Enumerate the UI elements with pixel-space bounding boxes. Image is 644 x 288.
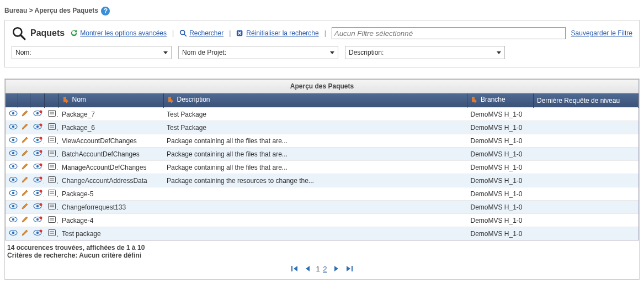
edit-icon[interactable]	[18, 227, 30, 240]
view-icon[interactable]	[6, 214, 18, 227]
page-link-2[interactable]: 2	[323, 265, 327, 273]
cell-name[interactable]: ViewAccountDefChanges	[58, 134, 163, 148]
edit-icon[interactable]	[18, 201, 30, 214]
cell-name[interactable]: Test package	[58, 227, 163, 240]
view-icon[interactable]	[6, 134, 18, 148]
filter-description[interactable]: Description:	[345, 46, 505, 59]
detail-icon[interactable]	[30, 161, 44, 174]
cell-name[interactable]: ChangeAccountAddressData	[58, 174, 163, 187]
detail-icon[interactable]	[30, 121, 44, 134]
view-icon[interactable]	[6, 227, 18, 240]
view-icon[interactable]	[6, 161, 18, 174]
detail-icon[interactable]	[30, 214, 44, 227]
svg-point-62	[12, 205, 14, 207]
search-icon	[12, 26, 26, 40]
col-view	[6, 93, 18, 108]
filter-select[interactable]	[332, 27, 566, 39]
svg-point-16	[36, 125, 39, 128]
filter-name[interactable]: Nom:	[12, 46, 172, 59]
properties-icon[interactable]	[44, 201, 58, 214]
col-last-request[interactable]: Dernière Requête de niveau	[534, 93, 638, 108]
edit-icon[interactable]	[18, 148, 30, 161]
edit-icon[interactable]	[18, 121, 30, 134]
prev-icon	[303, 264, 312, 273]
table-row: ViewAccountDefChangesPackage containing …	[6, 134, 638, 148]
col-branch[interactable]: Branche	[467, 93, 534, 108]
edit-icon[interactable]	[18, 214, 30, 227]
properties-icon[interactable]	[44, 148, 58, 161]
svg-point-70	[12, 218, 14, 221]
edit-icon[interactable]	[18, 108, 30, 121]
chevron-down-icon	[497, 51, 501, 54]
properties-icon[interactable]	[44, 121, 58, 134]
edit-icon[interactable]	[18, 161, 30, 174]
detail-icon[interactable]	[30, 148, 44, 161]
breadcrumb-root[interactable]: Bureau	[4, 7, 27, 14]
edit-icon[interactable]	[18, 187, 30, 201]
col-last-request-label: Dernière Requête de niveau	[537, 97, 620, 104]
table-row: Package-5DemoMVS H_1-0	[6, 187, 638, 201]
advanced-options-link[interactable]: Montrer les options avancées	[80, 29, 167, 37]
cell-branch: DemoMVS H_1-0	[467, 121, 534, 134]
detail-icon[interactable]	[30, 108, 44, 121]
view-icon[interactable]	[6, 201, 18, 214]
svg-rect-50	[49, 177, 56, 183]
cell-name[interactable]: Package_6	[58, 121, 163, 134]
detail-icon[interactable]	[30, 227, 44, 240]
detail-icon[interactable]	[30, 134, 44, 148]
svg-point-6	[12, 112, 14, 114]
filter-name-label: Nom:	[15, 49, 31, 56]
last-page-button[interactable]	[345, 264, 355, 274]
svg-point-80	[36, 232, 39, 234]
properties-icon[interactable]	[44, 187, 58, 201]
view-icon[interactable]	[6, 187, 18, 201]
col-description[interactable]: Description	[163, 93, 467, 108]
prev-page-button[interactable]	[302, 264, 312, 274]
svg-point-8	[36, 112, 39, 114]
properties-icon[interactable]	[44, 108, 58, 121]
cell-last-request	[534, 214, 638, 227]
last-icon	[345, 264, 354, 273]
properties-icon[interactable]	[44, 227, 58, 240]
cell-name[interactable]: Package-5	[58, 187, 163, 201]
svg-rect-10	[49, 111, 56, 117]
cell-branch: DemoMVS H_1-0	[467, 187, 534, 201]
help-icon[interactable]: ?	[101, 7, 110, 15]
svg-point-72	[36, 218, 39, 221]
properties-icon[interactable]	[44, 161, 58, 174]
svg-point-73	[40, 217, 42, 219]
detail-icon[interactable]	[30, 174, 44, 187]
properties-icon[interactable]	[44, 214, 58, 227]
next-page-button[interactable]	[332, 264, 342, 274]
cell-name[interactable]: ManageAccountDefChanges	[58, 161, 163, 174]
cell-branch: DemoMVS H_1-0	[467, 134, 534, 148]
cell-last-request	[534, 134, 638, 148]
view-icon[interactable]	[6, 148, 18, 161]
cell-name[interactable]: BatchAccountDefChanges	[58, 148, 163, 161]
view-icon[interactable]	[6, 121, 18, 134]
svg-rect-74	[49, 217, 56, 223]
svg-point-65	[40, 203, 42, 206]
cell-last-request	[534, 161, 638, 174]
edit-icon[interactable]	[18, 134, 30, 148]
reset-search-link[interactable]: Réinitialiser la recherche	[236, 29, 318, 37]
edit-icon[interactable]	[18, 174, 30, 187]
cell-name[interactable]: Package_7	[58, 108, 163, 121]
properties-icon[interactable]	[44, 134, 58, 148]
chevron-down-icon	[163, 51, 168, 54]
save-filter-link[interactable]: Sauvegarder le Filtre	[571, 29, 632, 37]
cell-description: Package containing all the files that ar…	[163, 134, 467, 148]
search-link[interactable]: Rechercher	[179, 29, 223, 37]
col-name[interactable]: Nom	[58, 93, 163, 108]
view-icon[interactable]	[6, 174, 18, 187]
filter-project[interactable]: Nom de Projet:	[178, 46, 338, 59]
cell-name[interactable]: Changeforrequest133	[58, 201, 163, 214]
view-icon[interactable]	[6, 108, 18, 121]
detail-icon[interactable]	[30, 187, 44, 201]
cell-name[interactable]: Package-4	[58, 214, 163, 227]
first-page-button[interactable]	[289, 264, 299, 274]
properties-icon[interactable]	[44, 174, 58, 187]
detail-icon[interactable]	[30, 201, 44, 214]
svg-rect-34	[49, 150, 56, 156]
table-row: BatchAccountDefChangesPackage containing…	[6, 148, 638, 161]
